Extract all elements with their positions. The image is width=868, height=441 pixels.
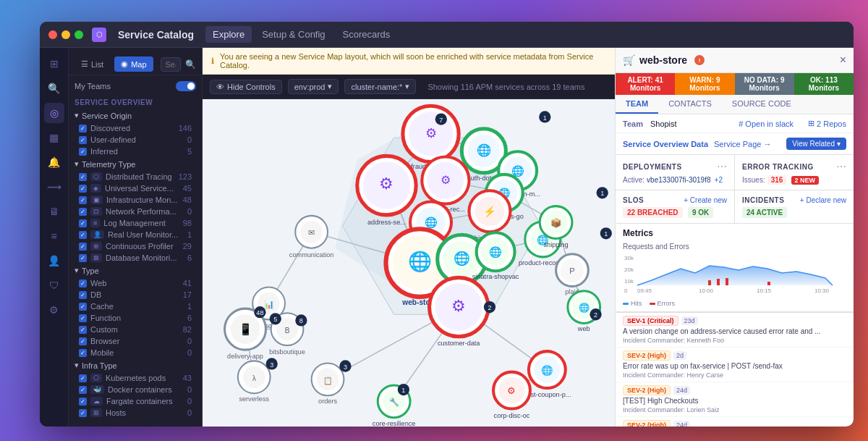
settings-sidebar-icon[interactable]: ⚙ xyxy=(44,300,64,320)
docker-count: 0 xyxy=(187,385,192,394)
logs-icon[interactable]: ≡ xyxy=(44,226,64,246)
alert-seg-ok[interactable]: OK: 113 Monitors xyxy=(794,73,854,95)
checkbox-db[interactable] xyxy=(79,291,87,299)
nav-tab-explore[interactable]: Explore xyxy=(205,26,252,43)
filter-rum[interactable]: 👤 Real User Monitor... 1 xyxy=(72,229,199,240)
filter-distributed[interactable]: ⬡ Distributed Tracing 123 xyxy=(72,171,199,182)
search-sidebar-icon[interactable]: 🔍 xyxy=(44,78,64,98)
incident-item-3[interactable]: SEV-2 (High) 24d [TEST] High Checkouts I… xyxy=(616,417,854,427)
nav-tab-setup[interactable]: Setup & Config xyxy=(255,26,332,43)
monitor-icon[interactable]: ▦ xyxy=(44,127,64,148)
checkbox-inferred[interactable] xyxy=(79,148,87,156)
filter-item-discovered[interactable]: Discovered 146 xyxy=(72,122,199,134)
env-dropdown[interactable]: env:prod ▾ xyxy=(288,79,339,94)
my-teams-toggle[interactable] xyxy=(176,81,196,91)
view-related-btn[interactable]: View Related ▾ xyxy=(786,138,846,150)
declare-incident-btn[interactable]: + Declare new xyxy=(800,196,846,204)
filter-mobile[interactable]: Mobile 0 xyxy=(72,347,199,358)
hide-controls-btn[interactable]: 👁 Hide Controls xyxy=(210,80,282,94)
checkbox-infra[interactable] xyxy=(79,196,87,204)
svg-text:1: 1 xyxy=(401,387,405,394)
incident-item-1[interactable]: SEV-2 (High) 2d Error rate was up on fax… xyxy=(616,348,854,382)
maximize-window-btn[interactable] xyxy=(75,30,83,39)
checkbox-network[interactable] xyxy=(79,208,87,216)
search-input[interactable] xyxy=(161,57,181,72)
alert-seg-nodata[interactable]: NO DATA: 9 Monitors xyxy=(735,73,794,95)
cluster-dropdown[interactable]: cluster-name:* ▾ xyxy=(344,79,416,94)
nav-tab-scorecards[interactable]: Scorecards xyxy=(336,26,398,43)
checkbox-dbmon[interactable] xyxy=(79,254,87,262)
checkbox-hosts[interactable] xyxy=(79,409,87,417)
checkbox-rum[interactable] xyxy=(79,231,87,239)
checkbox-docker[interactable] xyxy=(79,386,87,394)
panel-tab-source[interactable]: SOURCE CODE xyxy=(722,95,801,114)
type-title[interactable]: ▾ Type xyxy=(72,264,199,277)
checkbox-cache[interactable] xyxy=(79,303,87,311)
checkbox-distributed[interactable] xyxy=(79,173,87,181)
graph-icon[interactable]: ◎ xyxy=(44,103,64,123)
checkbox-web[interactable] xyxy=(79,280,87,287)
checkbox-profiler[interactable] xyxy=(79,243,87,251)
filter-k8s[interactable]: ⎔ Kubernetes pods 43 xyxy=(72,372,199,384)
panel-tab-contacts[interactable]: CONTACTS xyxy=(658,95,722,114)
checkbox-fargate[interactable] xyxy=(79,398,87,406)
map-tab-btn[interactable]: ◉ Map xyxy=(114,56,153,72)
alert-seg-red[interactable]: ALERT: 41 Monitors xyxy=(616,73,675,95)
checkbox-function[interactable] xyxy=(79,314,87,322)
filter-function[interactable]: Function 6 xyxy=(72,312,199,324)
slack-icon: # xyxy=(739,119,743,128)
filter-universal[interactable]: ◈ Universal Service... 45 xyxy=(72,182,199,194)
checkbox-user-defined[interactable] xyxy=(79,136,87,144)
repos-link[interactable]: ⊞ 2 Repos xyxy=(808,119,846,128)
checkbox-custom[interactable] xyxy=(79,326,87,334)
service-page-link[interactable]: Service Page → xyxy=(714,140,771,148)
incident-item-2[interactable]: SEV-2 (High) 24d [TEST] High Checkouts I… xyxy=(616,382,854,417)
service-origin-title[interactable]: ▾ Service Origin xyxy=(72,109,199,122)
filter-browser[interactable]: Browser 0 xyxy=(72,335,199,347)
filter-log[interactable]: ≡ Log Management 98 xyxy=(72,217,199,229)
filter-network[interactable]: ⊡ Network Performa... 0 xyxy=(72,206,199,217)
open-in-slack-link[interactable]: # Open in slack xyxy=(739,119,793,128)
checkbox-mobile[interactable] xyxy=(79,349,87,357)
incident-item-0[interactable]: SEV-1 (Critical) 23d A version change on… xyxy=(616,313,854,348)
map-area[interactable]: ⚙ fraud-preve... 🌐 auth-dotnet ⚙ address… xyxy=(203,99,615,427)
filter-web[interactable]: Web 41 xyxy=(72,277,199,289)
filter-custom[interactable]: Custom 82 xyxy=(72,324,199,335)
security-icon[interactable]: 🛡 xyxy=(44,275,64,295)
telemetry-title[interactable]: ▾ Telemetry Type xyxy=(72,157,199,171)
apm-icon[interactable]: ⟿ xyxy=(44,177,64,197)
checkbox-log[interactable] xyxy=(79,219,87,227)
filter-profiler[interactable]: ⊛ Continuous Profiler 29 xyxy=(72,240,199,252)
filter-hosts[interactable]: ⊞ Hosts 0 xyxy=(72,407,199,419)
checkbox-k8s[interactable] xyxy=(79,374,87,382)
hide-controls-label: Hide Controls xyxy=(227,83,276,91)
right-panel: 🛒 web-store ! × ALERT: 41 Monitors WARN:… xyxy=(615,48,854,427)
rum-icon[interactable]: 👤 xyxy=(44,251,64,271)
minimize-window-btn[interactable] xyxy=(61,30,70,39)
filter-cache[interactable]: Cache 1 xyxy=(72,301,199,312)
checkbox-universal[interactable] xyxy=(79,185,87,193)
infra-type-title[interactable]: ▾ Infra Type xyxy=(72,358,199,372)
filter-dbmon[interactable]: ⊠ Database Monitori... 6 xyxy=(72,252,199,264)
svg-text:B: B xyxy=(285,327,290,335)
filter-item-user-defined[interactable]: User-defined 0 xyxy=(72,134,199,146)
hosts-count: 0 xyxy=(187,408,192,417)
home-icon[interactable]: ⊞ xyxy=(44,54,64,74)
filter-db[interactable]: DB 17 xyxy=(72,289,199,301)
svg-rect-157 xyxy=(767,282,770,285)
alert-seg-warn[interactable]: WARN: 9 Monitors xyxy=(675,73,734,95)
function-count: 6 xyxy=(187,314,192,322)
close-window-btn[interactable] xyxy=(48,30,57,39)
alert-icon[interactable]: 🔔 xyxy=(44,152,64,172)
infra-icon[interactable]: 🖥 xyxy=(44,201,64,222)
checkbox-browser[interactable] xyxy=(79,337,87,345)
list-tab-btn[interactable]: ☰ List xyxy=(75,56,110,72)
create-slo-btn[interactable]: + Create new xyxy=(684,196,727,204)
filter-fargate[interactable]: ☁ Fargate containers 0 xyxy=(72,395,199,407)
panel-close-btn[interactable]: × xyxy=(840,54,846,67)
filter-docker[interactable]: 🐳 Docker containers 0 xyxy=(72,384,199,395)
panel-tab-team[interactable]: TEAM xyxy=(616,95,658,114)
filter-item-inferred[interactable]: Inferred 5 xyxy=(72,146,199,157)
filter-infra[interactable]: ▣ Infrastructure Mon... 48 xyxy=(72,194,199,206)
checkbox-discovered[interactable] xyxy=(79,125,87,133)
